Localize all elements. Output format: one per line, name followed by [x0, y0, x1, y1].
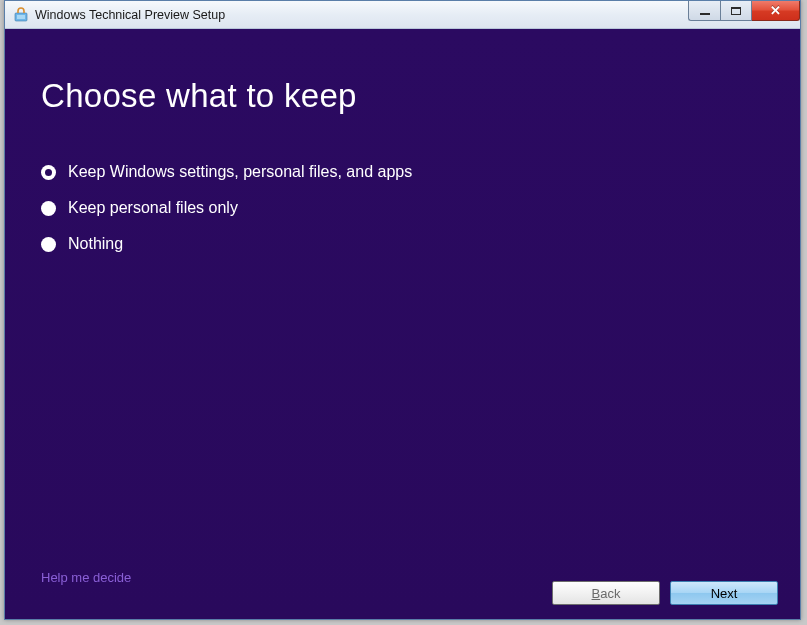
window-controls: ✕ [688, 1, 800, 21]
option-label: Nothing [68, 235, 123, 253]
back-button[interactable]: Back [552, 581, 660, 605]
footer-buttons: Back Next [552, 581, 778, 605]
next-button[interactable]: Next [670, 581, 778, 605]
radio-icon [41, 201, 56, 216]
option-nothing[interactable]: Nothing [41, 235, 764, 253]
app-icon [13, 7, 29, 23]
setup-window: Windows Technical Preview Setup ✕ Choose… [4, 0, 801, 620]
back-button-accel: B [592, 586, 601, 601]
minimize-icon [700, 13, 710, 15]
maximize-button[interactable] [720, 1, 752, 21]
help-me-decide-link[interactable]: Help me decide [41, 570, 131, 585]
close-button[interactable]: ✕ [752, 1, 800, 21]
main-content: Choose what to keep Keep Windows setting… [5, 29, 800, 619]
option-keep-files[interactable]: Keep personal files only [41, 199, 764, 217]
close-icon: ✕ [770, 4, 781, 17]
keep-options-group: Keep Windows settings, personal files, a… [41, 163, 764, 253]
svg-rect-1 [17, 15, 25, 19]
option-keep-all[interactable]: Keep Windows settings, personal files, a… [41, 163, 764, 181]
page-heading: Choose what to keep [41, 77, 764, 115]
radio-icon [41, 165, 56, 180]
maximize-icon [731, 7, 741, 15]
back-button-rest: ack [600, 586, 620, 601]
window-title: Windows Technical Preview Setup [35, 8, 225, 22]
option-label: Keep Windows settings, personal files, a… [68, 163, 412, 181]
minimize-button[interactable] [688, 1, 720, 21]
titlebar[interactable]: Windows Technical Preview Setup ✕ [5, 1, 800, 29]
radio-icon [41, 237, 56, 252]
option-label: Keep personal files only [68, 199, 238, 217]
